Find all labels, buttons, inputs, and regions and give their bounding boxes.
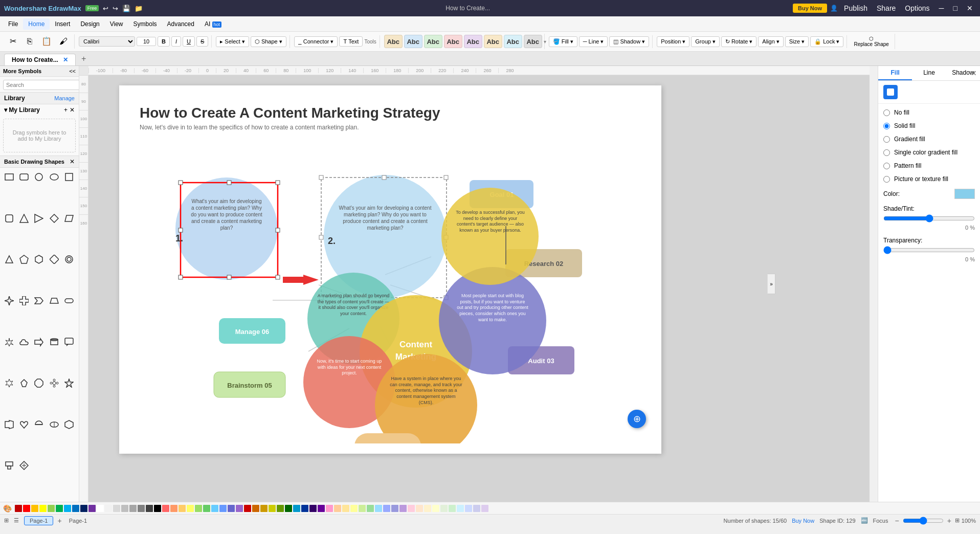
menu-symbols[interactable]: Symbols bbox=[128, 18, 162, 30]
redo-btn[interactable]: ↪ bbox=[113, 5, 118, 12]
italic-button[interactable]: I bbox=[171, 36, 181, 47]
color-swatch[interactable] bbox=[457, 505, 464, 512]
shape-rect-notch[interactable] bbox=[3, 418, 15, 431]
pattern-fill-radio[interactable] bbox=[883, 163, 890, 169]
color-picker-icon[interactable]: 🎨 bbox=[3, 504, 12, 513]
color-swatch[interactable] bbox=[15, 505, 22, 512]
color-swatch[interactable] bbox=[56, 505, 63, 512]
shape-rectangle[interactable] bbox=[3, 171, 15, 183]
color-swatch[interactable] bbox=[416, 505, 423, 512]
color-swatch[interactable] bbox=[309, 505, 317, 512]
style-swatch-1[interactable]: Abc bbox=[384, 35, 403, 48]
gradient-fill-radio[interactable] bbox=[883, 136, 890, 143]
shape-hexagon[interactable] bbox=[33, 253, 45, 265]
style-swatch-4[interactable]: Abc bbox=[444, 35, 462, 48]
line-button[interactable]: ─ Line ▾ bbox=[579, 36, 608, 47]
shape-cylinder[interactable] bbox=[48, 336, 60, 348]
color-swatch[interactable] bbox=[146, 505, 153, 512]
color-swatch[interactable] bbox=[39, 505, 47, 512]
position-button[interactable]: Position▾ bbox=[657, 36, 689, 47]
color-swatch[interactable] bbox=[162, 505, 169, 512]
canvas[interactable]: How to Create A Content Marketing Strate… bbox=[88, 75, 870, 502]
single-gradient-option[interactable]: Single color gradient fill bbox=[878, 146, 980, 159]
zoom-slider[interactable] bbox=[903, 517, 944, 525]
minimize-button[interactable]: ─ bbox=[936, 3, 947, 13]
picture-fill-option[interactable]: Picture or texture fill bbox=[878, 172, 980, 186]
color-picker[interactable] bbox=[954, 189, 975, 199]
style-swatch-7[interactable]: Abc bbox=[504, 35, 522, 48]
color-swatch[interactable] bbox=[465, 505, 472, 512]
right-panel-close-icon[interactable]: ✕ bbox=[971, 69, 977, 77]
shape-pill[interactable] bbox=[63, 295, 75, 307]
menu-advanced[interactable]: Advanced bbox=[162, 18, 199, 30]
shape-rounded-square[interactable] bbox=[3, 212, 15, 225]
paste-button[interactable]: 📋 bbox=[39, 35, 54, 48]
shape-star-thin[interactable] bbox=[3, 336, 15, 348]
menu-insert[interactable]: Insert bbox=[50, 18, 75, 30]
menu-file[interactable]: File bbox=[3, 18, 23, 30]
color-swatch[interactable] bbox=[80, 505, 87, 512]
pattern-fill-option[interactable]: Pattern fill bbox=[878, 159, 980, 172]
color-swatch[interactable] bbox=[154, 505, 161, 512]
color-swatch[interactable] bbox=[269, 505, 276, 512]
solid-fill-option[interactable]: Solid fill bbox=[878, 119, 980, 132]
no-fill-radio[interactable] bbox=[883, 109, 890, 116]
no-fill-option[interactable]: No fill bbox=[878, 106, 980, 119]
shape-star-outline[interactable] bbox=[63, 377, 75, 389]
fill-solid-icon[interactable] bbox=[883, 85, 898, 99]
shape-rounded-rect[interactable] bbox=[18, 171, 30, 183]
shape-more1[interactable] bbox=[48, 418, 60, 431]
color-swatch[interactable] bbox=[31, 505, 38, 512]
color-swatch[interactable] bbox=[244, 505, 251, 512]
shape-bottom-row2[interactable] bbox=[18, 459, 30, 472]
spell-icon[interactable]: 🔤 bbox=[861, 517, 868, 524]
color-swatch[interactable] bbox=[23, 505, 30, 512]
close-library-icon[interactable]: ✕ bbox=[70, 106, 75, 114]
shape-star4[interactable] bbox=[3, 295, 15, 307]
color-swatch[interactable] bbox=[383, 505, 390, 512]
connector-button[interactable]: ⎯ Connector ▾ bbox=[294, 36, 338, 47]
shape-trapezoid[interactable] bbox=[48, 295, 60, 307]
color-swatch[interactable] bbox=[219, 505, 227, 512]
color-swatch[interactable] bbox=[138, 505, 145, 512]
right-panel-expand-button[interactable]: » bbox=[767, 274, 775, 294]
menu-home[interactable]: Home bbox=[23, 18, 50, 30]
fill-tab[interactable]: Fill bbox=[878, 66, 912, 80]
color-swatch[interactable] bbox=[342, 505, 349, 512]
publish-button[interactable]: Publish bbox=[841, 3, 871, 13]
style-swatch-6[interactable]: Abc bbox=[484, 35, 502, 48]
rotate-button[interactable]: ↻ Rotate▾ bbox=[721, 36, 756, 47]
color-swatch[interactable] bbox=[473, 505, 480, 512]
shape-cross[interactable] bbox=[18, 295, 30, 307]
shape-triangle-up[interactable] bbox=[18, 212, 30, 225]
zoom-out-button[interactable]: − bbox=[893, 517, 900, 525]
add-page-button[interactable]: + bbox=[55, 517, 63, 525]
style-swatch-2[interactable]: Abc bbox=[404, 35, 422, 48]
fill-button[interactable]: 🪣 Fill ▾ bbox=[549, 36, 577, 47]
size-button[interactable]: Size▾ bbox=[785, 36, 809, 47]
transparency-slider[interactable] bbox=[883, 246, 975, 254]
toggle-panel-icon[interactable]: ⊞ bbox=[4, 517, 9, 524]
color-swatch[interactable] bbox=[408, 505, 415, 512]
cut-button[interactable]: ✂ bbox=[5, 35, 20, 48]
shape-flower[interactable] bbox=[48, 377, 60, 389]
user-avatar[interactable]: 👤 bbox=[830, 5, 838, 12]
color-swatch[interactable] bbox=[391, 505, 398, 512]
share-button[interactable]: Share bbox=[874, 3, 899, 13]
color-swatch[interactable] bbox=[399, 505, 407, 512]
color-swatch[interactable] bbox=[260, 505, 268, 512]
color-swatch[interactable] bbox=[449, 505, 456, 512]
shape-half-circle[interactable] bbox=[33, 418, 45, 431]
color-swatch[interactable] bbox=[97, 505, 104, 512]
color-swatch[interactable] bbox=[424, 505, 431, 512]
shape-pentagon2[interactable] bbox=[18, 377, 30, 389]
zoom-in-button[interactable]: + bbox=[946, 517, 953, 525]
color-swatch[interactable] bbox=[293, 505, 300, 512]
color-swatch[interactable] bbox=[277, 505, 284, 512]
lock-button[interactable]: 🔒 Lock▾ bbox=[810, 36, 843, 47]
fit-button[interactable]: ⊞ bbox=[955, 517, 960, 524]
font-size-input[interactable] bbox=[137, 37, 156, 46]
color-swatch[interactable] bbox=[211, 505, 218, 512]
group-button[interactable]: Group▾ bbox=[691, 36, 720, 47]
replace-shape-button[interactable]: ⬡ Replace Shape bbox=[851, 35, 891, 48]
